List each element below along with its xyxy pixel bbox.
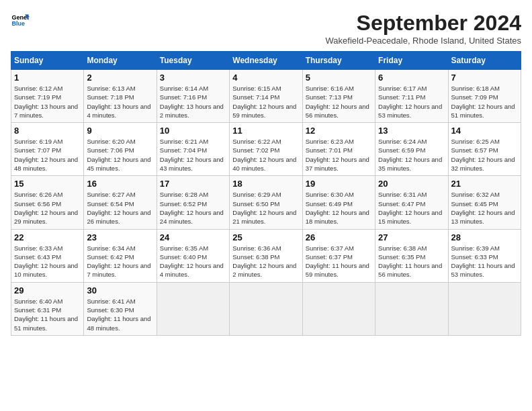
- week-row-1: 1Sunrise: 6:12 AM Sunset: 7:19 PM Daylig…: [11, 70, 521, 123]
- calendar-cell: 15Sunrise: 6:26 AM Sunset: 6:56 PM Dayli…: [11, 176, 84, 229]
- header-cell-friday: Friday: [375, 52, 448, 70]
- calendar-cell: 27Sunrise: 6:38 AM Sunset: 6:35 PM Dayli…: [375, 229, 448, 282]
- calendar-cell: 20Sunrise: 6:31 AM Sunset: 6:47 PM Dayli…: [375, 176, 448, 229]
- day-number: 16: [87, 179, 153, 189]
- day-number: 12: [306, 126, 372, 136]
- main-title: September 2024: [326, 11, 521, 36]
- header-cell-saturday: Saturday: [448, 52, 521, 70]
- calendar-cell: 9Sunrise: 6:20 AM Sunset: 7:06 PM Daylig…: [84, 123, 157, 176]
- day-number: 19: [306, 179, 372, 189]
- calendar-cell: [230, 282, 302, 335]
- day-info: Sunrise: 6:14 AM Sunset: 7:16 PM Dayligh…: [160, 84, 226, 120]
- header-cell-tuesday: Tuesday: [157, 52, 229, 70]
- day-info: Sunrise: 6:40 AM Sunset: 6:31 PM Dayligh…: [14, 297, 81, 332]
- day-info: Sunrise: 6:13 AM Sunset: 7:18 PM Dayligh…: [87, 84, 153, 120]
- day-info: Sunrise: 6:35 AM Sunset: 6:40 PM Dayligh…: [160, 244, 226, 279]
- calendar-cell: 4Sunrise: 6:15 AM Sunset: 7:14 PM Daylig…: [230, 70, 302, 123]
- day-info: Sunrise: 6:24 AM Sunset: 6:59 PM Dayligh…: [378, 137, 445, 173]
- day-number: 26: [306, 232, 372, 242]
- calendar-cell: 18Sunrise: 6:29 AM Sunset: 6:50 PM Dayli…: [230, 176, 302, 229]
- day-number: 23: [87, 232, 153, 242]
- calendar-header: SundayMondayTuesdayWednesdayThursdayFrid…: [11, 52, 521, 70]
- day-number: 14: [451, 126, 518, 136]
- day-info: Sunrise: 6:18 AM Sunset: 7:09 PM Dayligh…: [451, 84, 518, 120]
- day-info: Sunrise: 6:20 AM Sunset: 7:06 PM Dayligh…: [87, 137, 153, 173]
- calendar-cell: 26Sunrise: 6:37 AM Sunset: 6:37 PM Dayli…: [302, 229, 375, 282]
- day-info: Sunrise: 6:39 AM Sunset: 6:33 PM Dayligh…: [451, 244, 518, 279]
- calendar-cell: 29Sunrise: 6:40 AM Sunset: 6:31 PM Dayli…: [11, 282, 84, 335]
- day-number: 22: [14, 232, 81, 242]
- calendar-cell: 21Sunrise: 6:32 AM Sunset: 6:45 PM Dayli…: [448, 176, 521, 229]
- day-number: 28: [451, 232, 518, 242]
- day-info: Sunrise: 6:33 AM Sunset: 6:43 PM Dayligh…: [14, 244, 81, 279]
- calendar-cell: 14Sunrise: 6:25 AM Sunset: 6:57 PM Dayli…: [448, 123, 521, 176]
- calendar-cell: 11Sunrise: 6:22 AM Sunset: 7:02 PM Dayli…: [230, 123, 302, 176]
- day-number: 17: [160, 179, 226, 189]
- calendar-cell: [448, 282, 521, 335]
- day-info: Sunrise: 6:41 AM Sunset: 6:30 PM Dayligh…: [87, 297, 153, 332]
- calendar-cell: 8Sunrise: 6:19 AM Sunset: 7:07 PM Daylig…: [11, 123, 84, 176]
- calendar-table: SundayMondayTuesdayWednesdayThursdayFrid…: [11, 51, 521, 336]
- calendar-cell: 7Sunrise: 6:18 AM Sunset: 7:09 PM Daylig…: [448, 70, 521, 123]
- calendar-cell: [157, 282, 229, 335]
- calendar-cell: 25Sunrise: 6:36 AM Sunset: 6:38 PM Dayli…: [230, 229, 302, 282]
- day-info: Sunrise: 6:31 AM Sunset: 6:47 PM Dayligh…: [378, 190, 445, 226]
- day-number: 25: [232, 232, 299, 242]
- day-info: Sunrise: 6:25 AM Sunset: 6:57 PM Dayligh…: [451, 137, 518, 173]
- header: General Blue September 2024 Wakefield-Pe…: [11, 11, 521, 46]
- day-number: 1: [14, 73, 81, 83]
- calendar-cell: 10Sunrise: 6:21 AM Sunset: 7:04 PM Dayli…: [157, 123, 229, 176]
- calendar-cell: 23Sunrise: 6:34 AM Sunset: 6:42 PM Dayli…: [84, 229, 157, 282]
- day-info: Sunrise: 6:16 AM Sunset: 7:13 PM Dayligh…: [306, 84, 372, 120]
- calendar-cell: 2Sunrise: 6:13 AM Sunset: 7:18 PM Daylig…: [84, 70, 157, 123]
- day-number: 21: [451, 179, 518, 189]
- calendar-body: 1Sunrise: 6:12 AM Sunset: 7:19 PM Daylig…: [11, 70, 521, 336]
- calendar-cell: 24Sunrise: 6:35 AM Sunset: 6:40 PM Dayli…: [157, 229, 229, 282]
- day-number: 6: [378, 73, 445, 83]
- day-number: 29: [14, 285, 81, 295]
- day-info: Sunrise: 6:38 AM Sunset: 6:35 PM Dayligh…: [378, 244, 445, 279]
- calendar-cell: 1Sunrise: 6:12 AM Sunset: 7:19 PM Daylig…: [11, 70, 84, 123]
- day-info: Sunrise: 6:36 AM Sunset: 6:38 PM Dayligh…: [232, 244, 299, 279]
- day-info: Sunrise: 6:27 AM Sunset: 6:54 PM Dayligh…: [87, 190, 153, 226]
- header-cell-wednesday: Wednesday: [230, 52, 302, 70]
- day-number: 5: [306, 73, 372, 83]
- day-number: 11: [232, 126, 299, 136]
- calendar-cell: 19Sunrise: 6:30 AM Sunset: 6:49 PM Dayli…: [302, 176, 375, 229]
- day-number: 15: [14, 179, 81, 189]
- day-number: 2: [87, 73, 153, 83]
- calendar-cell: 5Sunrise: 6:16 AM Sunset: 7:13 PM Daylig…: [302, 70, 375, 123]
- week-row-2: 8Sunrise: 6:19 AM Sunset: 7:07 PM Daylig…: [11, 123, 521, 176]
- calendar-cell: 12Sunrise: 6:23 AM Sunset: 7:01 PM Dayli…: [302, 123, 375, 176]
- day-info: Sunrise: 6:17 AM Sunset: 7:11 PM Dayligh…: [378, 84, 445, 120]
- day-info: Sunrise: 6:22 AM Sunset: 7:02 PM Dayligh…: [232, 137, 299, 173]
- calendar-cell: 13Sunrise: 6:24 AM Sunset: 6:59 PM Dayli…: [375, 123, 448, 176]
- logo-icon: General Blue: [11, 11, 30, 30]
- day-info: Sunrise: 6:12 AM Sunset: 7:19 PM Dayligh…: [14, 84, 81, 120]
- calendar-cell: 16Sunrise: 6:27 AM Sunset: 6:54 PM Dayli…: [84, 176, 157, 229]
- calendar-cell: 17Sunrise: 6:28 AM Sunset: 6:52 PM Dayli…: [157, 176, 229, 229]
- calendar-cell: [375, 282, 448, 335]
- day-number: 18: [232, 179, 299, 189]
- calendar-cell: 28Sunrise: 6:39 AM Sunset: 6:33 PM Dayli…: [448, 229, 521, 282]
- day-info: Sunrise: 6:37 AM Sunset: 6:37 PM Dayligh…: [306, 244, 372, 279]
- day-number: 20: [378, 179, 445, 189]
- day-number: 13: [378, 126, 445, 136]
- header-cell-thursday: Thursday: [302, 52, 375, 70]
- week-row-3: 15Sunrise: 6:26 AM Sunset: 6:56 PM Dayli…: [11, 176, 521, 229]
- calendar-cell: 30Sunrise: 6:41 AM Sunset: 6:30 PM Dayli…: [84, 282, 157, 335]
- header-cell-sunday: Sunday: [11, 52, 84, 70]
- day-number: 10: [160, 126, 226, 136]
- week-row-4: 22Sunrise: 6:33 AM Sunset: 6:43 PM Dayli…: [11, 229, 521, 282]
- day-number: 8: [14, 126, 81, 136]
- title-area: September 2024 Wakefield-Peacedale, Rhod…: [326, 11, 521, 46]
- day-info: Sunrise: 6:26 AM Sunset: 6:56 PM Dayligh…: [14, 190, 81, 226]
- day-number: 7: [451, 73, 518, 83]
- week-row-5: 29Sunrise: 6:40 AM Sunset: 6:31 PM Dayli…: [11, 282, 521, 335]
- subtitle: Wakefield-Peacedale, Rhode Island, Unite…: [326, 36, 521, 46]
- day-number: 4: [232, 73, 299, 83]
- header-row: SundayMondayTuesdayWednesdayThursdayFrid…: [11, 52, 521, 70]
- day-number: 24: [160, 232, 226, 242]
- day-info: Sunrise: 6:15 AM Sunset: 7:14 PM Dayligh…: [232, 84, 299, 120]
- header-cell-monday: Monday: [84, 52, 157, 70]
